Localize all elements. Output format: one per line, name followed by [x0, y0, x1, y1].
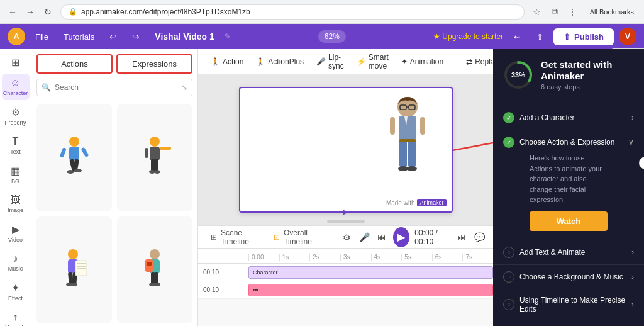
svg-point-15	[154, 170, 160, 174]
overall-timeline-tab[interactable]: ⊡ Overall Timeline	[269, 226, 326, 249]
step-add-character[interactable]: ✓ Add a Character ›	[493, 106, 644, 130]
step-add-text[interactable]: ○ Add Text & Animate ›	[493, 240, 644, 265]
search-input[interactable]	[36, 79, 192, 96]
tab-smartmove[interactable]: ⚡ Smart move	[352, 50, 394, 73]
list-item[interactable]	[36, 216, 112, 324]
menu-button[interactable]: ⋮	[565, 4, 580, 20]
step-choose-action[interactable]: ✓ Choose Action & Expression ∨ Here's ho…	[493, 130, 644, 240]
app-logo: A	[8, 28, 25, 45]
step-expanded-content: Here's how to use Actions to animate you…	[503, 148, 634, 233]
sidebar-item-video[interactable]: ▶ Video	[2, 220, 30, 247]
tab-action[interactable]: 🚶 Action	[206, 55, 248, 69]
export-icon[interactable]: ⇧	[531, 28, 548, 45]
play-indicator: ▶	[343, 208, 348, 215]
sidebar-item-effect[interactable]: ✦ Effect	[2, 278, 30, 305]
step-label-add-char: Add a Character	[519, 113, 626, 122]
settings-btn[interactable]: ⚙	[341, 230, 353, 245]
timeline-ruler: 0:00 1s 2s 3s 4s 5s 6s 7s	[198, 249, 493, 264]
sidebar-item-uploads[interactable]: ↑ Uploads	[2, 308, 30, 326]
address-bar[interactable]: 🔒 app.animaker.com/editproject/l8b3PTpTD…	[60, 4, 525, 20]
star-button[interactable]: ☆	[530, 4, 545, 20]
sidebar-item-property[interactable]: ⚙ Property	[2, 103, 30, 130]
sidebar-item-character[interactable]: ☺ Character	[2, 74, 30, 100]
table-row: 00:10 •••	[198, 281, 493, 299]
list-item[interactable]	[36, 104, 112, 211]
sidebar-item-text[interactable]: T Text	[2, 132, 30, 159]
expand-icon[interactable]: ⤡	[181, 83, 187, 92]
lock-icon: 🔒	[69, 8, 77, 16]
ruler-mark-3: 3s	[340, 254, 371, 261]
timeline-section: ⊞ Scene Timeline ⊡ Overall Timeline ⚙ 🎤 …	[198, 225, 493, 326]
property-icon: ⚙	[11, 106, 20, 118]
all-bookmarks-button[interactable]: All Bookmarks	[585, 7, 639, 17]
svg-rect-20	[75, 261, 87, 276]
share-icon[interactable]: ⇜	[508, 28, 526, 45]
file-menu[interactable]: File	[30, 30, 53, 44]
scroll-thumb[interactable]	[327, 220, 365, 223]
redo-button[interactable]: ↪	[128, 29, 143, 44]
scene-timeline-tab[interactable]: ⊞ Scene Timeline	[206, 226, 261, 249]
extensions-button[interactable]: ⧉	[547, 4, 562, 20]
actions-tab[interactable]: Actions	[36, 54, 113, 74]
step-label-choose-bg: Choose a Background & Music	[519, 273, 626, 281]
scene-frame[interactable]: ▶ Made with Animaker	[239, 87, 453, 213]
zoom-indicator[interactable]: 62%	[318, 30, 346, 43]
svg-rect-5	[80, 147, 89, 158]
track-label-music: 00:10	[198, 281, 248, 298]
sidebar-label-text: Text	[10, 149, 21, 155]
forward-button[interactable]: →	[23, 4, 38, 20]
skip-forward-btn[interactable]: ⏭	[456, 230, 469, 245]
step-check-done: ✓	[503, 112, 514, 123]
character-track-block[interactable]: Character	[248, 266, 493, 279]
mic-btn[interactable]: 🎤	[358, 230, 371, 245]
svg-rect-13	[145, 148, 148, 158]
sidebar-item-image[interactable]: 🖼 Image	[2, 191, 30, 217]
char-search: 🔍 ⤡	[36, 79, 192, 96]
tab-lipsync[interactable]: 🎤 Lip-sync	[311, 50, 349, 73]
step-export[interactable]: ○ Export your Video ›	[493, 320, 644, 327]
sidebar-label-bg: BG	[11, 178, 19, 184]
refresh-button[interactable]: ↻	[40, 4, 55, 20]
ruler-mark-7: 7s	[462, 254, 493, 261]
svg-rect-31	[154, 272, 158, 284]
svg-rect-12	[160, 147, 171, 150]
sidebar-label-effect: Effect	[8, 295, 23, 301]
list-item[interactable]	[117, 216, 192, 324]
track-content-music: •••	[248, 281, 493, 298]
expressions-tab[interactable]: Expressions	[116, 54, 192, 74]
replace-icon: ⇄	[466, 57, 472, 66]
step-precise-edits[interactable]: ○ Using Timeline to Make Precise Edits ›	[493, 289, 644, 320]
list-item[interactable]	[117, 104, 192, 211]
step-check-pending: ○	[503, 247, 514, 258]
tab-actionplus[interactable]: 🚶 ActionPlus	[251, 55, 309, 69]
sidebar-item-bg[interactable]: ▦ BG	[2, 161, 30, 188]
sidebar-item-grid[interactable]: ⊞	[2, 54, 30, 71]
music-track-block[interactable]: •••	[248, 284, 493, 296]
watch-button[interactable]: Watch	[530, 211, 608, 231]
table-row: 00:10 Character	[198, 264, 493, 281]
skip-back-btn[interactable]: ⏮	[375, 230, 388, 245]
back-button[interactable]: ←	[5, 4, 20, 20]
svg-point-44	[398, 166, 408, 171]
tutorials-menu[interactable]: Tutorials	[58, 30, 99, 44]
right-panel: 33% Get started with Animaker 6 easy ste…	[493, 49, 644, 326]
play-button[interactable]: ▶	[393, 227, 409, 247]
user-avatar[interactable]: V	[619, 28, 636, 45]
sidebar-label-property: Property	[4, 120, 26, 126]
ruler-mark-2: 2s	[309, 254, 340, 261]
svg-point-0	[69, 137, 79, 147]
svg-rect-9	[150, 147, 160, 160]
upgrade-button[interactable]: ★ Upgrade to starter	[433, 32, 503, 41]
char-grid	[31, 101, 197, 326]
publish-button[interactable]: ⇧ Publish	[553, 28, 614, 45]
char-figure-1	[55, 135, 93, 179]
browser-actions: ☆ ⧉ ⋮	[530, 4, 580, 20]
undo-button[interactable]: ↩	[106, 29, 121, 44]
tab-animation[interactable]: ✦ Animation	[396, 55, 448, 69]
watermark: Made with Animaker	[386, 199, 447, 206]
overall-timeline-icon: ⊡	[274, 233, 280, 242]
svg-rect-4	[60, 147, 67, 158]
sidebar-item-music[interactable]: ♪ Music	[2, 249, 30, 276]
step-choose-bg[interactable]: ○ Choose a Background & Music ›	[493, 265, 644, 289]
chat-btn[interactable]: 💬	[473, 230, 486, 245]
